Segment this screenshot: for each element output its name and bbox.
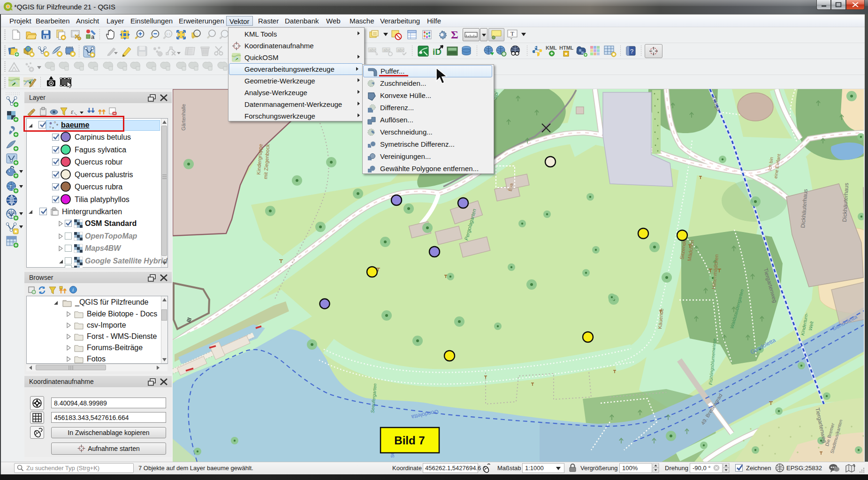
svg-text:1:1: 1:1 (166, 32, 171, 36)
svg-text:abc: abc (369, 48, 376, 52)
svg-text:T: T (510, 30, 514, 37)
svg-text:a: a (91, 33, 95, 40)
svg-text:Bild 7: Bild 7 (394, 434, 425, 447)
svg-text:Gärtenhalle: Gärtenhalle (181, 104, 186, 131)
svg-text:abc: abc (383, 48, 390, 52)
svg-text:ε: ε (71, 108, 74, 115)
svg-text:i: i (72, 287, 74, 292)
svg-text:abc: abc (397, 48, 404, 52)
svg-text:?: ? (630, 48, 633, 55)
svg-text:HTML: HTML (559, 45, 573, 51)
svg-text:T: T (9, 184, 12, 189)
svg-text:Σ: Σ (451, 29, 458, 40)
svg-text:KML: KML (546, 45, 557, 51)
